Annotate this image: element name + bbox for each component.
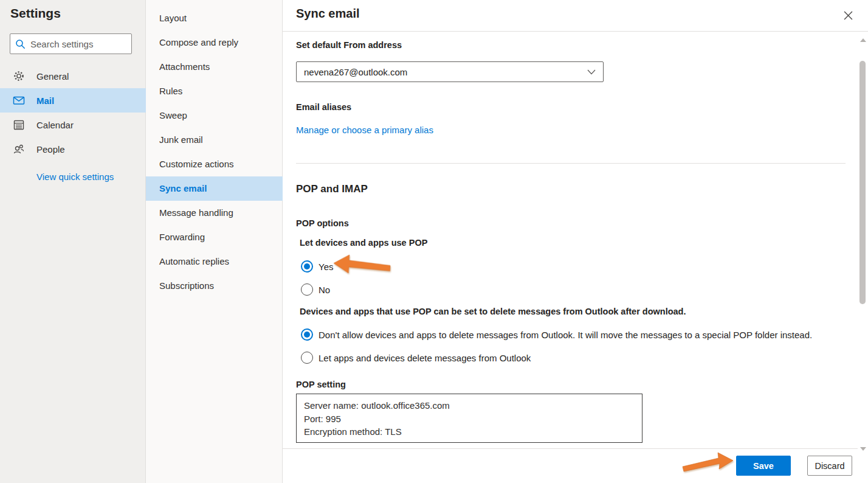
save-button[interactable]: Save	[736, 456, 791, 476]
scrollbar-up-arrow-icon[interactable]	[860, 38, 866, 42]
sidebar-item-general[interactable]: General	[0, 64, 146, 88]
calendar-icon	[13, 119, 25, 131]
sidebar-item-label: People	[36, 144, 65, 155]
pop-options-label: POP options	[296, 218, 349, 228]
pop-setting-box: Server name: outlook.office365.com Port:…	[296, 394, 642, 443]
default-from-label: Set default From address	[296, 40, 402, 50]
pop-port: Port: 995	[304, 412, 635, 426]
footer-divider	[283, 448, 868, 449]
view-quick-settings-link[interactable]: View quick settings	[36, 172, 114, 182]
radio-let-delete[interactable]: Let apps and devices delete messages fro…	[301, 352, 531, 364]
use-pop-label: Let devices and apps use POP	[300, 238, 427, 248]
pop-setting-label: POP setting	[296, 380, 346, 389]
email-aliases-label: Email aliases	[296, 102, 351, 112]
radio-use-pop-yes[interactable]: Yes	[301, 260, 333, 273]
close-icon[interactable]	[841, 9, 855, 22]
subnav-item-rules[interactable]: Rules	[146, 79, 283, 103]
sync-email-panel: Sync email Set default From address neve…	[283, 0, 868, 483]
radio-button-checked[interactable]	[301, 328, 313, 341]
subnav-item-sync-email[interactable]: Sync email	[146, 176, 283, 201]
mail-icon	[13, 94, 25, 106]
radio-button-unchecked[interactable]	[301, 283, 313, 296]
search-icon	[15, 39, 26, 49]
gear-icon	[13, 70, 25, 82]
search-settings-box[interactable]	[10, 33, 132, 54]
subnav-item-attachments[interactable]: Attachments	[146, 55, 283, 79]
pop-delete-label: Devices and apps that use POP can be set…	[300, 307, 686, 316]
sidebar-item-people[interactable]: People	[0, 137, 146, 161]
subnav-item-customize-actions[interactable]: Customize actions	[146, 152, 283, 176]
sidebar-item-mail[interactable]: Mail	[0, 88, 146, 113]
sidebar-item-label: General	[36, 71, 69, 82]
outlook-settings-window: Settings General	[0, 0, 868, 483]
arrow-pointing-to-save-button	[681, 451, 735, 474]
scrollbar-down-arrow-icon[interactable]	[860, 447, 866, 451]
subnav-item-sweep[interactable]: Sweep	[146, 103, 283, 128]
manage-alias-link[interactable]: Manage or choose a primary alias	[296, 125, 433, 135]
people-icon	[13, 143, 25, 155]
radio-button-checked[interactable]	[301, 260, 313, 273]
section-divider	[296, 163, 846, 164]
mail-settings-subnav: Layout Compose and reply Attachments Rul…	[146, 0, 283, 483]
sidebar-item-calendar[interactable]: Calendar	[0, 113, 146, 137]
panel-header: Sync email	[283, 0, 868, 32]
pop-imap-heading: POP and IMAP	[296, 183, 368, 195]
sidebar-item-label: Calendar	[36, 120, 74, 130]
arrow-pointing-to-yes-radio	[331, 249, 393, 280]
vertical-scrollbar[interactable]	[858, 32, 868, 453]
panel-title: Sync email	[296, 7, 360, 21]
discard-button[interactable]: Discard	[807, 456, 852, 476]
default-from-dropdown[interactable]: nevena267@outlook.com	[296, 61, 604, 82]
subnav-item-junk-email[interactable]: Junk email	[146, 128, 283, 152]
chevron-down-icon	[587, 69, 596, 75]
default-from-value: nevena267@outlook.com	[304, 67, 587, 77]
subnav-item-layout[interactable]: Layout	[146, 6, 283, 30]
settings-category-nav: General Mail	[0, 64, 146, 161]
subnav-item-compose-and-reply[interactable]: Compose and reply	[146, 30, 283, 55]
sidebar-item-label: Mail	[36, 96, 54, 106]
radio-dont-allow-delete[interactable]: Don't allow devices and apps to delete m…	[301, 328, 812, 341]
pop-encryption: Encryption method: TLS	[304, 425, 635, 439]
pop-server-name: Server name: outlook.office365.com	[304, 399, 635, 412]
settings-sidebar: Settings General	[0, 0, 146, 483]
subnav-item-automatic-replies[interactable]: Automatic replies	[146, 249, 283, 274]
subnav-item-subscriptions[interactable]: Subscriptions	[146, 274, 283, 298]
subnav-item-forwarding[interactable]: Forwarding	[146, 225, 283, 249]
scrollbar-thumb[interactable]	[859, 61, 866, 304]
subnav-item-message-handling[interactable]: Message handling	[146, 201, 283, 225]
settings-title: Settings	[10, 6, 61, 21]
radio-button-unchecked[interactable]	[301, 352, 313, 364]
radio-use-pop-no[interactable]: No	[301, 283, 330, 296]
search-input[interactable]	[30, 39, 126, 49]
